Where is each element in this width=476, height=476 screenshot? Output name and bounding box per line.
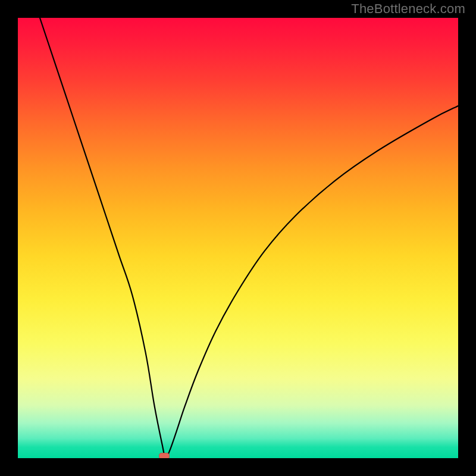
watermark-link[interactable]: TheBottleneck.com (351, 1, 465, 17)
plot-area (18, 18, 458, 458)
chart-frame: TheBottleneck.com (0, 0, 476, 476)
bottleneck-curve (18, 18, 458, 458)
optimum-marker (159, 453, 170, 458)
